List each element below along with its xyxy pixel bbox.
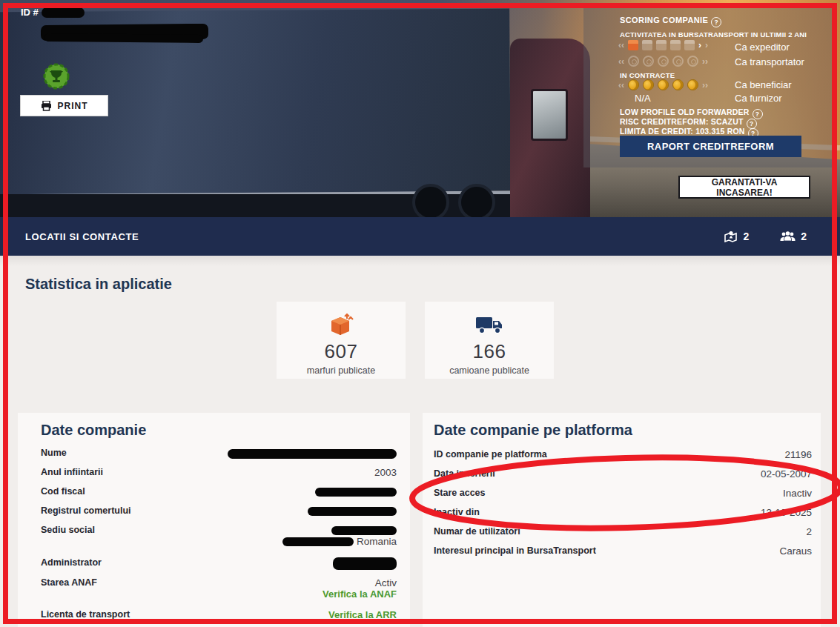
package-icon: [628, 40, 638, 50]
expeditor-label: Ca expeditor: [735, 42, 790, 53]
hero-truck-window: [531, 89, 568, 141]
locations-counter[interactable]: 2: [724, 230, 749, 242]
chevrons-left-icon: ‹‹: [618, 81, 624, 90]
company-row-administrator: Administrator: [41, 557, 397, 570]
expeditor-score-row: ‹‹ ››: [618, 40, 708, 50]
company-data-title: Date companie: [41, 422, 146, 439]
furnizor-label: Ca furnizor: [735, 93, 782, 104]
company-row-cod-fiscal: Cod fiscal: [41, 486, 397, 497]
coin-icon: [658, 79, 669, 90]
print-button[interactable]: PRINT: [20, 95, 108, 116]
redacted-value: [228, 449, 397, 459]
garantati-incasarea-button[interactable]: GARANTATI-VA INCASAREA!: [678, 176, 810, 199]
platform-row-id: ID companie pe platforma 21196: [434, 449, 812, 460]
stat-value-camioane: 166: [425, 340, 554, 363]
platform-row-inactiv-din: Inactiv din 13-10-2025: [434, 507, 812, 518]
chevrons-right-icon: ››: [702, 57, 708, 66]
redacted-value: [282, 537, 354, 546]
section-navbar: LOCATII SI CONTACTE 2 2: [0, 217, 840, 256]
contracts-heading: IN CONTRACTE: [620, 71, 675, 79]
contacts-counter[interactable]: 2: [780, 230, 807, 242]
verifica-anaf-link[interactable]: Verifica la ANAF: [323, 588, 397, 600]
coin-icon: [628, 79, 639, 90]
platform-data-title: Date companie pe platforma: [434, 422, 632, 439]
chevrons-left-icon: ‹‹: [618, 41, 624, 50]
coin-icon: [643, 79, 654, 90]
company-row-sediu: Sediu social Romania: [41, 525, 397, 547]
coin-icon: [672, 79, 684, 90]
truck-icon: [425, 312, 554, 339]
beneficiar-score-row: ‹‹ ››: [618, 79, 708, 90]
platform-row-inscriere: Data inscrierii 02-05-2007: [434, 468, 812, 480]
raport-creditreform-button[interactable]: RAPORT CREDITREFORM: [620, 136, 801, 157]
chevrons-left-icon: ‹‹: [618, 57, 624, 66]
redacted-company-id: [42, 7, 85, 18]
redacted-value: [333, 557, 397, 570]
truck-wheel: [412, 184, 449, 217]
platform-row-interes: Interesul principal in BursaTransport Ca…: [434, 545, 812, 557]
beneficiar-label: Ca beneficiar: [735, 79, 792, 90]
package-icon: [656, 40, 667, 50]
users-icon: [780, 231, 796, 242]
company-row-anul: Anul infiintarii 2003: [41, 467, 397, 478]
company-row-registrul: Registrul comertului: [41, 505, 397, 517]
platform-row-stare-acces: Stare acces Inactiv: [434, 488, 812, 499]
stats-section-title: Statistica in aplicatie: [25, 276, 172, 293]
contacts-count: 2: [801, 230, 807, 242]
location-map-icon: [724, 230, 738, 242]
scoring-title: SCORING COMPANIE?: [620, 16, 721, 27]
transporter-icon: [643, 56, 654, 67]
transportator-label: Ca transportator: [735, 56, 804, 67]
company-id-row: ID #: [21, 7, 85, 18]
verifica-arr-link[interactable]: Verifica la ARR: [328, 609, 397, 620]
company-id-label: ID #: [21, 7, 39, 18]
transporter-icon: [628, 56, 639, 67]
print-button-label: PRINT: [58, 101, 88, 111]
help-icon[interactable]: ?: [711, 17, 721, 27]
transportator-score-row: ‹‹ ››: [618, 56, 708, 67]
stat-card-marfuri: 607 marfuri publicate: [277, 302, 406, 379]
chevrons-right-icon: ››: [702, 81, 708, 90]
transporter-icon: [672, 56, 684, 67]
sediu-country: Romania: [357, 536, 397, 547]
company-row-nume: Nume: [41, 448, 397, 459]
truck-wheel: [458, 184, 495, 217]
package-icon: [277, 312, 406, 339]
stat-label-marfuri: marfuri publicate: [277, 365, 406, 376]
platform-row-utilizatori: Numar de utilizatori 2: [434, 526, 812, 537]
stat-card-camioane: 166 camioane publicate: [425, 302, 554, 379]
chevron-right-icon: ›: [698, 41, 701, 50]
transporter-icon: [687, 56, 698, 67]
company-data-panel: Date companie Nume Anul infiintarii 2003…: [18, 413, 410, 627]
company-row-licenta: Licenta de transport Verifica la ARR: [41, 609, 397, 620]
navbar-counters: 2 2: [724, 230, 807, 242]
printer-icon: [41, 101, 52, 111]
redacted-value: [331, 526, 397, 535]
transporter-icon: [658, 56, 669, 67]
package-icon: [642, 40, 652, 50]
package-icon: [684, 40, 695, 50]
scoring-activity-heading: ACTIVITATEA IN BURSATRANSPORT IN ULTIMII…: [620, 30, 807, 39]
redacted-value: [308, 507, 397, 516]
platform-data-panel: Date companie pe platforma ID companie p…: [423, 413, 821, 627]
coin-icon: [687, 79, 698, 90]
trophy-badge-icon: [42, 62, 71, 94]
anaf-status: Activ: [375, 577, 397, 588]
package-icon: [670, 40, 681, 50]
stat-value-marfuri: 607: [277, 340, 406, 363]
redacted-company-name-underline: [44, 33, 203, 43]
furnizor-value: N/A: [635, 93, 651, 104]
tab-locatii-si-contacte[interactable]: LOCATII SI CONTACTE: [25, 231, 139, 242]
navbar-shadow: [0, 256, 840, 266]
redacted-value: [315, 488, 397, 497]
chevron-right-icon: ›: [705, 41, 708, 50]
company-row-anaf: Starea ANAF Activ Verifica la ANAF: [41, 577, 397, 600]
locations-count: 2: [743, 230, 749, 242]
stat-label-camioane: camioane publicate: [425, 365, 554, 376]
